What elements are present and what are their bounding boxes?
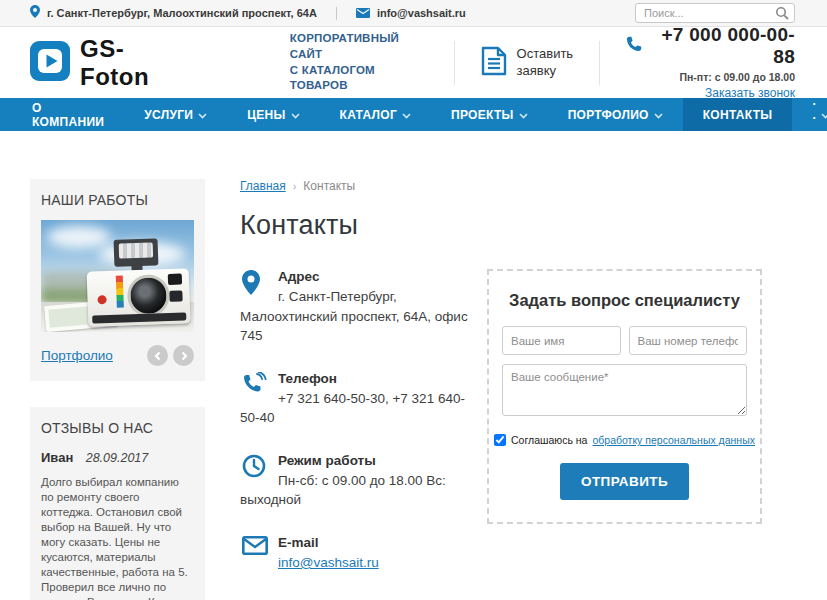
header: GS-Foton КОРПОРАТИВНЫЙ САЙТ С КАТАЛОГОМ … bbox=[0, 27, 827, 98]
review-date: 28.09.2017 bbox=[86, 451, 149, 465]
form-title: Задать вопрос специалисту bbox=[502, 291, 747, 310]
phone-input[interactable] bbox=[629, 326, 748, 355]
review-author: Иван bbox=[41, 450, 73, 465]
page-title: Контакты bbox=[240, 210, 795, 241]
contact-item-address: Адрес г. Санкт-Петербург, Малоохтинский … bbox=[240, 269, 477, 346]
content: НАШИ РАБОТЫ bbox=[0, 131, 827, 600]
chevron-down-icon bbox=[402, 108, 411, 122]
envelope-outline-icon bbox=[242, 536, 268, 558]
chevron-down-icon bbox=[654, 108, 663, 122]
topbar: г. Санкт-Петербург, Малоохтинский проспе… bbox=[0, 0, 827, 27]
main-area: Главная › Контакты Контакты Адрес г. Сан… bbox=[240, 179, 795, 600]
next-arrow-button[interactable] bbox=[173, 345, 194, 366]
breadcrumb-current: Контакты bbox=[303, 179, 355, 193]
topbar-divider bbox=[336, 7, 337, 20]
prev-arrow-button[interactable] bbox=[147, 345, 168, 366]
portfolio-preview-image[interactable] bbox=[41, 220, 194, 332]
logo[interactable]: GS-Foton bbox=[30, 35, 184, 91]
logo-play-icon bbox=[30, 41, 70, 85]
nav-item-catalog[interactable]: КАТАЛОГ bbox=[320, 98, 431, 131]
nav-item-more[interactable]: . . . bbox=[792, 98, 827, 131]
topbar-email-link[interactable]: info@vashsait.ru bbox=[377, 7, 466, 19]
logo-text: GS-Foton bbox=[80, 35, 184, 91]
header-divider bbox=[599, 41, 600, 85]
breadcrumb: Главная › Контакты bbox=[240, 179, 795, 193]
nav-item-services[interactable]: УСЛУГИ bbox=[124, 98, 227, 131]
nav-item-prices[interactable]: ЦЕНЫ bbox=[227, 98, 319, 131]
message-textarea[interactable] bbox=[502, 364, 747, 416]
chevron-down-icon bbox=[291, 108, 300, 122]
contact-text: Пн-сб: с 09.00 до 18.00 Вс: выходной bbox=[240, 471, 477, 510]
reviews-title: ОТЗЫВЫ О НАС bbox=[41, 420, 194, 436]
polaroid-camera bbox=[86, 237, 191, 327]
leave-request-label: Оставить заявку bbox=[517, 46, 574, 79]
name-input[interactable] bbox=[502, 326, 621, 355]
topbar-address-group: г. Санкт-Петербург, Малоохтинский проспе… bbox=[30, 4, 466, 22]
contact-title: Адрес bbox=[278, 269, 477, 284]
search-input[interactable] bbox=[635, 3, 795, 23]
personal-data-link[interactable]: обработку персональных данных bbox=[592, 434, 755, 446]
chevron-down-icon bbox=[198, 108, 207, 122]
header-divider bbox=[454, 41, 455, 85]
contact-title: Режим работы bbox=[278, 453, 477, 468]
map-pin-icon bbox=[242, 270, 260, 298]
portfolio-link[interactable]: Портфолио bbox=[41, 348, 113, 363]
nav-item-about[interactable]: О КОМПАНИИ bbox=[12, 98, 124, 131]
nav-item-portfolio[interactable]: ПОРТФОЛИО bbox=[548, 98, 683, 131]
envelope-icon bbox=[356, 4, 370, 22]
site-tagline: КОРПОРАТИВНЫЙ САЙТ С КАТАЛОГОМ ТОВАРОВ bbox=[290, 31, 428, 93]
contact-text: г. Санкт-Петербург, Малоохтинский проспе… bbox=[240, 287, 477, 346]
nav-item-projects[interactable]: ПРОЕКТЫ bbox=[431, 98, 548, 131]
breadcrumb-home-link[interactable]: Главная bbox=[240, 179, 286, 193]
phone-ringing-icon bbox=[242, 372, 267, 399]
sidebar: НАШИ РАБОТЫ bbox=[30, 179, 205, 600]
main-nav: О КОМПАНИИ УСЛУГИ ЦЕНЫ КАТАЛОГ ПРОЕКТЫ П… bbox=[0, 98, 827, 131]
clock-icon bbox=[242, 454, 266, 481]
contact-title: E-mail bbox=[278, 535, 477, 550]
work-hours: Пн-пт: с 09.00 до 18.00 bbox=[626, 71, 795, 83]
contact-list: Адрес г. Санкт-Петербург, Малоохтинский … bbox=[240, 269, 487, 598]
phone-icon bbox=[626, 36, 642, 56]
document-icon bbox=[481, 46, 507, 80]
agree-row: Соглашаюсь на обработку персональных дан… bbox=[502, 434, 747, 446]
chevron-down-icon bbox=[821, 108, 827, 122]
agree-text: Соглашаюсь на bbox=[511, 434, 587, 446]
contact-title: Телефон bbox=[278, 371, 477, 386]
our-works-widget: НАШИ РАБОТЫ bbox=[30, 179, 205, 381]
our-works-title: НАШИ РАБОТЫ bbox=[41, 192, 194, 208]
phone-block: +7 000 000-00-88 Пн-пт: с 09.00 до 18.00… bbox=[626, 24, 795, 101]
search-box bbox=[635, 3, 795, 23]
nav-item-contacts[interactable]: КОНТАКТЫ bbox=[683, 98, 793, 131]
contact-item-hours: Режим работы Пн-сб: с 09.00 до 18.00 Вс:… bbox=[240, 453, 477, 510]
contact-item-email: E-mail info@vashsait.ru bbox=[240, 535, 477, 573]
review-text: Долго выбирал компанию по ремонту своего… bbox=[41, 475, 194, 600]
chevron-down-icon bbox=[519, 108, 528, 122]
location-pin-icon bbox=[30, 4, 40, 22]
header-phone-number: +7 000 000-00-88 bbox=[650, 24, 795, 68]
topbar-address: г. Санкт-Петербург, Малоохтинский проспе… bbox=[47, 7, 317, 19]
contact-email-link[interactable]: info@vashsait.ru bbox=[278, 555, 379, 570]
search-icon[interactable] bbox=[775, 6, 789, 24]
agree-checkbox[interactable] bbox=[494, 434, 506, 446]
submit-button[interactable]: ОТПРАВИТЬ bbox=[560, 463, 689, 500]
ask-question-form: Задать вопрос специалисту Соглашаюсь на … bbox=[487, 269, 762, 524]
reviews-widget: ОТЗЫВЫ О НАС Иван 28.09.2017 Долго выбир… bbox=[30, 407, 205, 600]
contact-item-phone: Телефон +7 321 640-50-30, +7 321 640-50-… bbox=[240, 371, 477, 428]
breadcrumb-separator: › bbox=[293, 180, 297, 192]
contact-text: +7 321 640-50-30, +7 321 640-50-40 bbox=[240, 389, 477, 428]
leave-request-button[interactable]: Оставить заявку bbox=[481, 46, 574, 80]
